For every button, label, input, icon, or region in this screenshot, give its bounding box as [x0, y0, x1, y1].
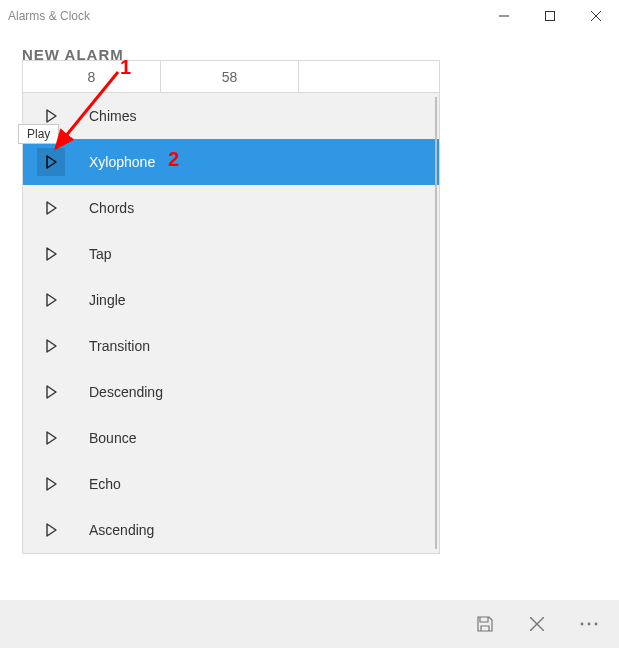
- minimize-button[interactable]: [481, 0, 527, 32]
- sound-item[interactable]: Chimes: [23, 93, 439, 139]
- sound-item[interactable]: Tap: [23, 231, 439, 277]
- window-controls: [481, 0, 619, 32]
- play-button[interactable]: [37, 240, 65, 268]
- play-button[interactable]: [37, 424, 65, 452]
- close-icon: [591, 11, 601, 21]
- play-icon: [44, 385, 58, 399]
- cancel-button[interactable]: [515, 602, 559, 646]
- play-button[interactable]: [37, 286, 65, 314]
- sound-label: Bounce: [89, 430, 136, 446]
- minute-cell[interactable]: 58: [161, 61, 299, 93]
- title-bar: Alarms & Clock: [0, 0, 619, 32]
- sound-item[interactable]: Echo: [23, 461, 439, 507]
- sound-item[interactable]: Xylophone: [23, 139, 439, 185]
- play-tooltip: Play: [18, 124, 59, 144]
- play-icon: [44, 431, 58, 445]
- time-picker[interactable]: 8 58: [23, 61, 439, 93]
- sound-label: Echo: [89, 476, 121, 492]
- svg-point-9: [595, 623, 598, 626]
- sound-item[interactable]: Jingle: [23, 277, 439, 323]
- sound-item[interactable]: Ascending: [23, 507, 439, 553]
- svg-rect-1: [546, 12, 555, 21]
- sound-item[interactable]: Chords: [23, 185, 439, 231]
- scrollbar[interactable]: [435, 97, 437, 549]
- maximize-icon: [545, 11, 555, 21]
- app-title: Alarms & Clock: [8, 9, 90, 23]
- close-window-button[interactable]: [573, 0, 619, 32]
- svg-point-7: [581, 623, 584, 626]
- play-button[interactable]: [37, 516, 65, 544]
- play-icon: [44, 339, 58, 353]
- maximize-button[interactable]: [527, 0, 573, 32]
- sound-label: Chords: [89, 200, 134, 216]
- sound-item[interactable]: Bounce: [23, 415, 439, 461]
- ampm-cell[interactable]: [299, 61, 439, 93]
- play-icon: [44, 247, 58, 261]
- sound-item[interactable]: Transition: [23, 323, 439, 369]
- play-icon: [44, 293, 58, 307]
- play-icon: [44, 155, 58, 169]
- hour-cell[interactable]: 8: [23, 61, 161, 93]
- more-button[interactable]: [567, 602, 611, 646]
- minimize-icon: [499, 11, 509, 21]
- play-button[interactable]: [37, 194, 65, 222]
- save-button[interactable]: [463, 602, 507, 646]
- cancel-icon: [530, 617, 544, 631]
- sound-label: Transition: [89, 338, 150, 354]
- play-icon: [44, 109, 58, 123]
- sound-label: Xylophone: [89, 154, 155, 170]
- play-icon: [44, 477, 58, 491]
- play-button[interactable]: [37, 378, 65, 406]
- sound-label: Tap: [89, 246, 112, 262]
- play-icon: [44, 523, 58, 537]
- play-button[interactable]: [37, 470, 65, 498]
- alarm-editor: 8 58 ChimesXylophoneChordsTapJingleTrans…: [22, 60, 440, 554]
- play-button[interactable]: [37, 148, 65, 176]
- command-bar: [0, 600, 619, 648]
- sound-label: Descending: [89, 384, 163, 400]
- play-button[interactable]: [37, 332, 65, 360]
- save-icon: [476, 615, 494, 633]
- sound-label: Chimes: [89, 108, 136, 124]
- sound-label: Jingle: [89, 292, 126, 308]
- more-icon: [580, 622, 598, 626]
- svg-point-8: [588, 623, 591, 626]
- app-window: Alarms & Clock NEW ALARM 8 58 ChimesXylo…: [0, 0, 619, 648]
- sound-label: Ascending: [89, 522, 154, 538]
- sound-list: ChimesXylophoneChordsTapJingleTransition…: [23, 93, 439, 553]
- play-icon: [44, 201, 58, 215]
- sound-item[interactable]: Descending: [23, 369, 439, 415]
